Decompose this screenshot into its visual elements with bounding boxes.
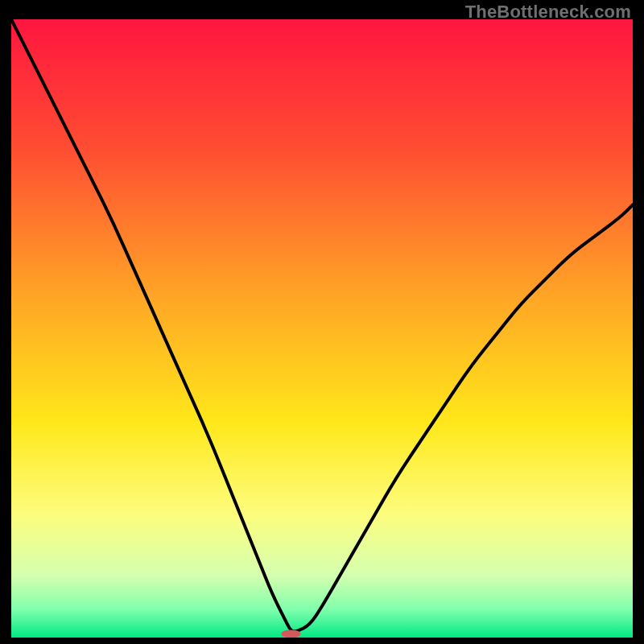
gradient-background	[11, 19, 633, 638]
optimal-point-marker	[281, 630, 300, 638]
bottleneck-chart	[11, 19, 633, 638]
chart-frame	[11, 19, 633, 638]
